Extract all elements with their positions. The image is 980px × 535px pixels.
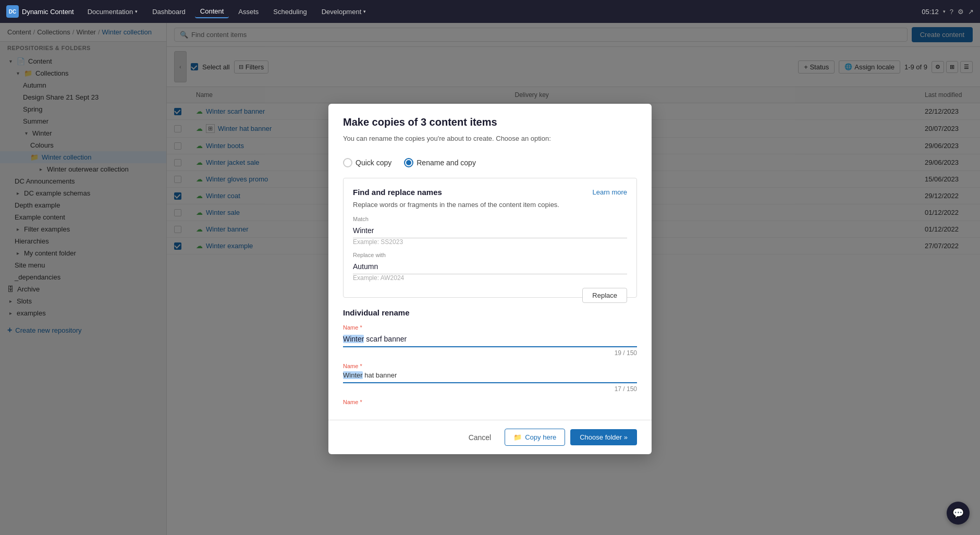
rename-copy-option[interactable]: Rename and copy	[404, 158, 476, 167]
rename-count-2: 17 / 150	[343, 385, 637, 393]
folder-icon: 📁	[513, 433, 522, 441]
find-replace-section: Find and replace names Learn more Replac…	[343, 178, 637, 298]
settings-icon[interactable]: ⚙	[958, 8, 964, 16]
chevron-down-icon: ▾	[363, 9, 366, 14]
rename-label-1: Name *	[343, 324, 637, 331]
top-navigation: DC Dynamic Content Documentation ▾ Dashb…	[0, 0, 980, 23]
individual-rename-title: Individual rename	[343, 308, 637, 317]
rename-input-1-display: Winter scarf banner	[343, 333, 637, 347]
rename-field-1: Name * Winter scarf banner 19 / 150	[343, 324, 637, 357]
nav-scheduling[interactable]: Scheduling	[268, 6, 312, 18]
match-placeholder: Example: SS2023	[353, 238, 627, 246]
nav-dashboard[interactable]: Dashboard	[147, 6, 191, 18]
rename-field-2: Name * Winter hat banner 17 / 150	[343, 363, 637, 393]
rename-label-2: Name *	[343, 363, 637, 369]
rename-field-3: Name *	[343, 399, 637, 405]
logo-icon: DC	[6, 5, 19, 18]
nav-content[interactable]: Content	[195, 5, 229, 18]
quick-copy-option[interactable]: Quick copy	[343, 158, 391, 167]
replace-button[interactable]: Replace	[582, 288, 627, 303]
match-field-group: Match Example: SS2023	[353, 216, 627, 246]
chevron-down-icon: ▾	[943, 9, 946, 14]
app-logo: DC Dynamic Content	[6, 5, 74, 18]
learn-more-link[interactable]: Learn more	[593, 188, 627, 196]
find-replace-description: Replace words or fragments in the names …	[353, 201, 627, 209]
nav-development[interactable]: Development ▾	[316, 6, 372, 18]
replace-placeholder: Example: AW2024	[353, 274, 627, 282]
radio-selected-indicator	[406, 160, 411, 165]
modal-dialog: Make copies of 3 content items You can r…	[328, 104, 652, 454]
individual-rename-section: Individual rename Name * Winter scarf ba…	[343, 308, 637, 405]
rename-count-1: 19 / 150	[343, 349, 637, 357]
highlight-text: Winter	[343, 371, 363, 379]
quick-copy-radio[interactable]	[343, 158, 352, 167]
rename-input-2-display: Winter hat banner	[343, 371, 637, 383]
chat-bubble[interactable]: 💬	[947, 502, 970, 525]
find-replace-header: Find and replace names Learn more	[353, 188, 627, 197]
chevron-down-icon: ▾	[135, 9, 138, 14]
modal-description: You can rename the copies you're about t…	[343, 135, 637, 142]
nav-assets[interactable]: Assets	[233, 6, 264, 18]
nav-documentation[interactable]: Documentation ▾	[82, 6, 143, 18]
replace-field-group: Replace with Example: AW2024	[353, 252, 627, 282]
clock-display: 05:12	[922, 8, 939, 16]
cancel-button[interactable]: Cancel	[460, 429, 500, 446]
rename-label-3: Name *	[343, 399, 637, 405]
modal-overlay: Make copies of 3 content items You can r…	[0, 23, 980, 535]
find-replace-title: Find and replace names	[353, 188, 442, 197]
copy-here-button[interactable]: 📁 Copy here	[505, 429, 565, 446]
match-label: Match	[353, 216, 627, 222]
help-icon[interactable]: ?	[950, 8, 953, 16]
modal-body: Find and replace names Learn more Replac…	[328, 178, 652, 416]
replace-input[interactable]	[353, 260, 627, 274]
export-icon[interactable]: ↗	[968, 8, 974, 16]
modal-header: Make copies of 3 content items You can r…	[328, 104, 652, 158]
modal-title: Make copies of 3 content items	[343, 116, 637, 128]
modal-footer: Cancel 📁 Copy here Choose folder »	[328, 420, 652, 454]
app-name: Dynamic Content	[22, 8, 74, 16]
match-input[interactable]	[353, 224, 627, 238]
highlight-text: Winter	[343, 335, 364, 343]
replace-label: Replace with	[353, 252, 627, 258]
copy-options-group: Quick copy Rename and copy	[328, 158, 652, 167]
choose-folder-button[interactable]: Choose folder »	[570, 429, 637, 445]
rename-copy-radio[interactable]	[404, 158, 413, 167]
